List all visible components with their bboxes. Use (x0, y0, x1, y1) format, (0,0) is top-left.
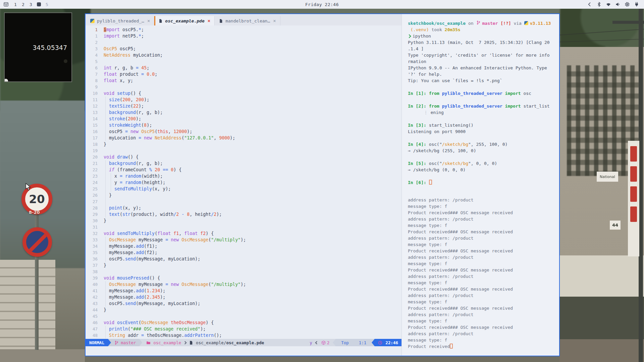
terminal-line: (.venv) took 20m35s (408, 26, 556, 33)
statusline-clock: 22:46 (375, 339, 401, 346)
code-line: 45 (86, 313, 401, 319)
workspace-4[interactable] (37, 2, 41, 6)
register-indicator: y (310, 340, 312, 345)
terminal-line: ⋮ ening (408, 109, 556, 116)
file-path: osc_example/osc_example.pde (196, 340, 264, 345)
code-line: 29 text(str(product), width/2 - 8, heigh… (86, 211, 401, 218)
tab-close-icon[interactable]: × (208, 18, 210, 23)
terminal-line: In [2]: from pyliblo_threaded_server imp… (408, 103, 556, 109)
line-number: 1 (86, 33, 104, 39)
python-icon (90, 19, 95, 23)
line-number: 34 (86, 243, 104, 249)
tab-close-icon[interactable]: × (147, 18, 150, 23)
chevron-left-icon[interactable] (587, 2, 592, 7)
line-number: 23 (86, 173, 104, 179)
git-branch-icon (476, 20, 481, 25)
code-line: 2 (86, 39, 401, 46)
terminal-line: rmation (408, 58, 556, 65)
terminal-line (408, 84, 556, 90)
powerline-separator (108, 339, 111, 346)
workspace-2[interactable]: 2 (21, 2, 25, 7)
tab-pyliblo_threaded_[interactable]: pyliblo_threaded_…× (86, 16, 154, 25)
terminal-line (408, 173, 556, 179)
indent-guide (111, 179, 111, 186)
tab-osc_example.pde[interactable]: osc_example.pde× (154, 16, 215, 25)
code-line: 17 myLocation = new NetAddress("127.0.0.… (86, 135, 401, 141)
workspace-3[interactable]: 3 (29, 2, 33, 7)
tab-mandelbrot_clean[interactable]: mandelbrot_clean…× (215, 16, 280, 25)
processing-sketch-window[interactable]: 345.05347 (4, 12, 72, 82)
vertical-banner-sign (628, 141, 639, 256)
code-line: 14 stroke(200); (86, 116, 401, 122)
line-number: 37 (86, 262, 104, 268)
wifi-icon[interactable] (606, 2, 611, 7)
code-line: 11 size(200, 200); (86, 97, 401, 103)
code-line: 3OscP5 oscP5; (86, 46, 401, 52)
power-plug-icon[interactable] (634, 2, 639, 7)
terminal-line: sketchbook/osc_example on master [!?] vi… (408, 20, 556, 26)
vim-cmdline (86, 346, 401, 356)
code-line: 25 sendToMultiply(x, y); (86, 186, 401, 192)
file-icon (158, 19, 163, 23)
system-tray (587, 2, 644, 7)
code-editor[interactable]: 1import oscP5.*;1import netP5.*;23OscP5 … (86, 25, 401, 339)
line-number: 46 (86, 319, 104, 326)
line-number: 14 (86, 116, 104, 122)
indent-guide (105, 179, 106, 186)
code-line: 13 background(r, g, b); (86, 109, 401, 116)
cpu-icon[interactable] (625, 2, 630, 7)
code-line: 7float product = 0.0; (86, 71, 401, 77)
terminal-line: Product received### OSC message received (408, 267, 556, 273)
indent-guide (105, 160, 106, 167)
terminal-line (408, 97, 556, 103)
status-bar: 1235 Friday 22:46 (0, 0, 644, 9)
line-number: 29 (86, 211, 104, 218)
line-number: 9 (86, 84, 104, 90)
tab-label: pyliblo_threaded_… (97, 18, 144, 23)
layout-icon[interactable] (3, 2, 9, 7)
workspace-5[interactable]: 5 (45, 2, 49, 7)
indent-guide (105, 122, 106, 128)
code-line: 12 textSize(22); (86, 103, 401, 109)
workspace-switcher: 1235 (14, 2, 49, 7)
indent-guide (105, 288, 106, 294)
line-number: 16 (86, 128, 104, 135)
tab-close-icon[interactable]: × (273, 18, 276, 23)
workspace-1[interactable]: 1 (14, 2, 17, 7)
terminal-line: message type: f (408, 299, 556, 305)
tab-label: osc_example.pde (165, 18, 204, 23)
line-number: 19 (86, 147, 104, 154)
code-line: 27 (86, 198, 401, 205)
code-line: 6int r, g, b = 45; (86, 65, 401, 71)
terminal-line: address pattern: /product (408, 273, 556, 280)
indent-guide (105, 332, 106, 339)
line-number: 21 (86, 160, 104, 167)
line-number: 24 (86, 179, 104, 186)
sketch-point (64, 59, 67, 63)
line-number: 31 (86, 224, 104, 230)
code-line: 23 x = random(width); (86, 173, 401, 179)
code-line: 5 (86, 58, 401, 65)
terminal-line: Product received### OSC message received (408, 286, 556, 292)
terminal-line: Tip: You can use `files = !ls *.png` (408, 77, 556, 84)
terminal-cursor (429, 180, 432, 185)
indent-guide (105, 205, 106, 211)
indent-guide (105, 249, 106, 256)
indent-guide (105, 128, 106, 135)
line-number: 26 (86, 192, 104, 198)
code-line: 30} (86, 218, 401, 224)
diagnostic-count: 2 (327, 340, 330, 345)
bluetooth-icon[interactable] (596, 2, 602, 7)
code-line: 16 oscP5 = new OscP5(this, 12000); (86, 128, 401, 135)
code-line: 35 myMessage.add(f2); (86, 249, 401, 256)
terminal-line: .1.4 ] (408, 46, 556, 52)
code-line: 43 oscP5.send(myMessage, myLocation); (86, 300, 401, 307)
volume-icon[interactable] (615, 2, 621, 7)
terminal-line: address pattern: /product (408, 311, 556, 318)
git-branch-segment: master (111, 339, 139, 346)
terminal-osc-log: address pattern: /productmessage type: f… (408, 197, 556, 350)
line-number: 10 (86, 90, 104, 97)
code-line: 21 background(r, g, b); (86, 160, 401, 167)
terminal-pane[interactable]: sketchbook/osc_example on master [!?] vi… (402, 14, 559, 356)
project-folder-name: osc_example (153, 340, 181, 345)
